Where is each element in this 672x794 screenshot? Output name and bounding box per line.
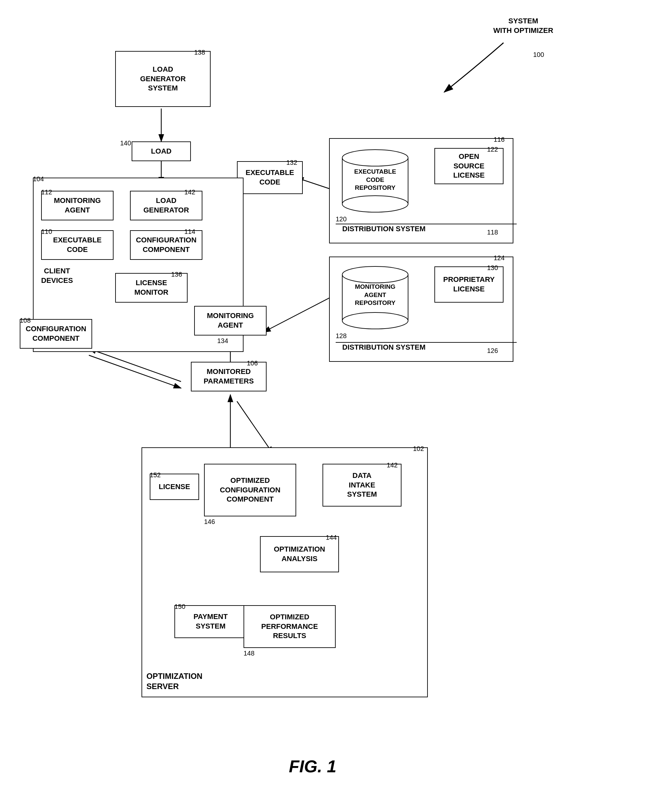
svg-line-7 — [89, 355, 181, 388]
client-devices-label: CLIENTDEVICES — [41, 267, 73, 285]
ref-124: 124 — [494, 254, 504, 262]
ref-130: 130 — [487, 264, 498, 272]
ref-138: 138 — [194, 49, 205, 56]
ref-108: 108 — [20, 317, 30, 324]
svg-point-21 — [342, 150, 408, 166]
executable-code-repo-cylinder: EXECUTABLECODEREPOSITORY — [336, 148, 414, 214]
ref-152: 152 — [150, 471, 161, 479]
ref-142-dis: 142 — [387, 462, 398, 469]
optimized-config-box: OPTIMIZEDCONFIGURATIONCOMPONENT — [204, 464, 296, 516]
svg-point-25 — [342, 313, 408, 329]
ref-144: 144 — [326, 534, 337, 542]
ref-120: 120 — [336, 216, 347, 223]
ref-110: 110 — [41, 228, 52, 235]
ref-136: 136 — [171, 271, 182, 278]
ref-148: 148 — [243, 650, 254, 657]
system-with-optimizer-label: SYSTEMWITH OPTIMIZER — [477, 16, 569, 35]
ref-102: 102 — [413, 445, 424, 452]
ref-118: 118 — [487, 228, 498, 236]
optimized-perf-results-box: OPTIMIZEDPERFORMANCERESULTS — [243, 605, 336, 648]
proprietary-license-box: PROPRIETARYLICENSE — [434, 267, 504, 303]
ref-112: 112 — [41, 189, 52, 196]
ref-140: 140 — [120, 139, 131, 147]
ref-128: 128 — [336, 332, 347, 340]
ref-114: 114 — [184, 228, 195, 235]
svg-point-24 — [342, 267, 408, 283]
fig-label: FIG. 1 — [263, 757, 362, 776]
ref-126: 126 — [487, 347, 498, 355]
diagram-container: SYSTEMWITH OPTIMIZER 100 LOADGENERATORSY… — [0, 0, 672, 794]
ref-116: 116 — [494, 136, 504, 144]
svg-line-18 — [237, 401, 273, 454]
open-source-license-box: OPENSOURCELICENSE — [434, 148, 504, 184]
load-generator-system-box: LOADGENERATORSYSTEM — [115, 51, 211, 107]
monitoring-agent-134-box: MONITORINGAGENT — [194, 306, 267, 335]
svg-point-22 — [342, 196, 408, 212]
ref-104: 104 — [33, 175, 44, 183]
ref-134: 134 — [217, 337, 228, 345]
ref-106: 106 — [247, 359, 258, 367]
ref-146: 146 — [204, 518, 215, 526]
svg-line-6 — [89, 349, 181, 382]
ref-142-lg: 142 — [184, 189, 195, 196]
data-intake-system-box: DATAINTAKESYSTEM — [323, 464, 402, 506]
ref-122: 122 — [487, 146, 498, 153]
ref-150: 150 — [174, 603, 185, 610]
optimization-analysis-box: OPTIMIZATIONANALYSIS — [260, 536, 339, 572]
monitoring-agent-repo-cylinder: MONITORINGAGENTREPOSITORY — [336, 265, 414, 331]
optimization-server-label: OPTIMIZATIONSERVER — [146, 671, 202, 692]
load-box: LOAD — [132, 141, 191, 161]
ref-132: 132 — [286, 159, 297, 166]
ref-100: 100 — [533, 51, 544, 59]
